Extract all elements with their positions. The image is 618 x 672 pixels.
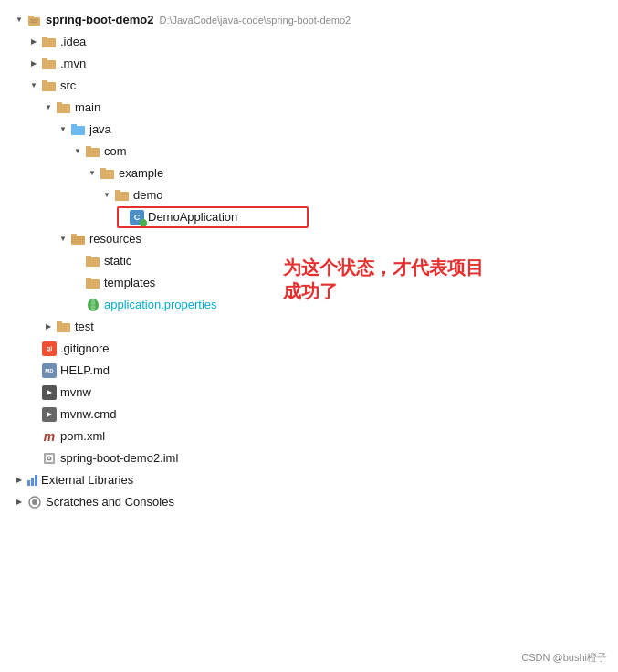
tree-item-gitignore[interactable]: gi .gitignore — [9, 338, 618, 360]
svg-rect-15 — [86, 146, 91, 150]
com-label: com — [104, 142, 127, 161]
svg-rect-17 — [100, 168, 106, 172]
folder-icon-static — [86, 255, 100, 268]
src-label: src — [60, 77, 76, 95]
iml-icon — [42, 451, 57, 466]
iml-label: spring-boot-demo2.iml — [60, 449, 178, 467]
svg-rect-7 — [42, 58, 47, 62]
mvnw-icon: ▶ — [42, 385, 57, 400]
chevron-java — [57, 123, 69, 136]
tree-item-main[interactable]: main — [9, 97, 618, 119]
root-path: D:\JavaCode\java-code\spring-boot-demo2 — [159, 11, 351, 29]
pom-icon: m — [42, 429, 57, 444]
chevron-com — [71, 145, 84, 158]
md-icon: MD — [42, 363, 57, 378]
tree-item-root[interactable]: spring-boot-demo2 D:\JavaCode\java-code\… — [9, 9, 618, 31]
mvnw-label: mvnw — [60, 383, 91, 402]
tree-item-iml[interactable]: spring-boot-demo2.iml — [9, 447, 618, 469]
helpmd-label: HELP.md — [60, 362, 110, 380]
tree-item-demo-application[interactable]: C DemoApplication — [9, 206, 618, 228]
svg-rect-28 — [86, 278, 91, 281]
svg-rect-1 — [28, 16, 34, 18]
svg-rect-26 — [86, 256, 91, 259]
tree-item-resources[interactable]: resources — [9, 228, 618, 250]
tree-item-mvnwcmd[interactable]: ▶ mvnw.cmd — [9, 404, 618, 425]
svg-rect-3 — [30, 22, 37, 24]
tree-item-mvn[interactable]: .mvn — [9, 53, 618, 75]
folder-icon-resources — [71, 233, 86, 246]
svg-rect-5 — [42, 37, 47, 40]
demo-label: demo — [133, 186, 163, 205]
folder-icon-demo — [115, 189, 130, 202]
svg-point-37 — [48, 457, 50, 459]
tree-item-demo[interactable]: demo — [9, 184, 618, 206]
tree-item-templates[interactable]: templates — [9, 272, 618, 294]
mvn-label: .mvn — [60, 55, 86, 73]
credit-text: CSDN @bushi橙子 — [521, 651, 607, 665]
scratch-icon — [27, 495, 42, 509]
tree-item-app-props[interactable]: application.properties — [9, 294, 618, 316]
chevron-test — [42, 320, 55, 333]
chevron-mvn — [27, 58, 40, 70]
chevron-external-libs — [13, 474, 26, 487]
tree-item-com[interactable]: com — [9, 141, 618, 163]
pomxml-label: pom.xml — [60, 427, 105, 446]
tree-item-pomxml[interactable]: m pom.xml — [9, 425, 618, 447]
tree-item-static[interactable]: static — [9, 250, 618, 272]
root-label: spring-boot-demo2 — [46, 11, 153, 29]
ext-lib-icon — [27, 475, 37, 486]
gitignore-label: .gitignore — [60, 340, 109, 358]
resources-label: resources — [89, 230, 141, 248]
folder-icon-idea — [42, 36, 57, 48]
chevron-src — [27, 79, 40, 92]
mvnwcmd-label: mvnw.cmd — [60, 405, 116, 424]
test-label: test — [75, 318, 94, 336]
templates-label: templates — [104, 274, 155, 292]
tree-item-example[interactable]: example — [9, 163, 618, 184]
idea-label: .idea — [60, 33, 86, 51]
svg-rect-21 — [71, 234, 77, 237]
tree-item-mvnw[interactable]: ▶ mvnw — [9, 382, 618, 404]
external-libs-label: External Libraries — [41, 471, 133, 489]
folder-icon-mvn — [42, 58, 57, 70]
app-props-label: application.properties — [104, 296, 217, 314]
java-main-icon: C — [130, 210, 144, 225]
chevron-scratches — [13, 496, 26, 509]
folder-icon-example — [100, 167, 115, 180]
folder-icon-main — [57, 101, 71, 114]
chevron-main — [42, 101, 55, 114]
svg-rect-2 — [30, 19, 38, 21]
svg-rect-11 — [57, 102, 62, 106]
tree-item-src[interactable]: src — [9, 75, 618, 97]
tree-item-idea[interactable]: .idea — [9, 31, 618, 53]
demo-application-wrapper: C DemoApplication — [9, 206, 618, 228]
chevron-root — [13, 14, 26, 26]
project-icon — [27, 13, 42, 27]
folder-icon-java — [71, 123, 86, 136]
folder-icon-com — [86, 145, 100, 158]
chevron-demo — [100, 189, 113, 202]
tree-item-helpmd[interactable]: MD HELP.md — [9, 360, 618, 382]
static-label: static — [104, 252, 131, 270]
tree-item-test[interactable]: test — [9, 316, 618, 338]
chevron-resources — [57, 233, 69, 246]
tree-item-java[interactable]: java — [9, 119, 618, 141]
chevron-example — [86, 167, 99, 180]
example-label: example — [119, 164, 163, 183]
svg-rect-9 — [42, 80, 47, 84]
demo-application-label: DemoApplication — [148, 208, 237, 226]
java-label: java — [89, 121, 111, 139]
scratches-label: Scratches and Consoles — [46, 493, 174, 511]
chevron-idea — [27, 36, 40, 48]
svg-rect-19 — [115, 190, 120, 194]
main-label: main — [75, 99, 100, 117]
svg-rect-13 — [71, 124, 77, 128]
git-icon: gi — [42, 341, 57, 356]
svg-rect-33 — [57, 321, 62, 325]
folder-icon-templates — [86, 277, 100, 289]
tree-item-external-libs[interactable]: External Libraries — [9, 469, 618, 491]
project-tree: spring-boot-demo2 D:\JavaCode\java-code\… — [0, 0, 618, 672]
folder-icon-src — [42, 79, 57, 92]
props-icon — [86, 298, 100, 312]
tree-item-scratches[interactable]: Scratches and Consoles — [9, 491, 618, 513]
